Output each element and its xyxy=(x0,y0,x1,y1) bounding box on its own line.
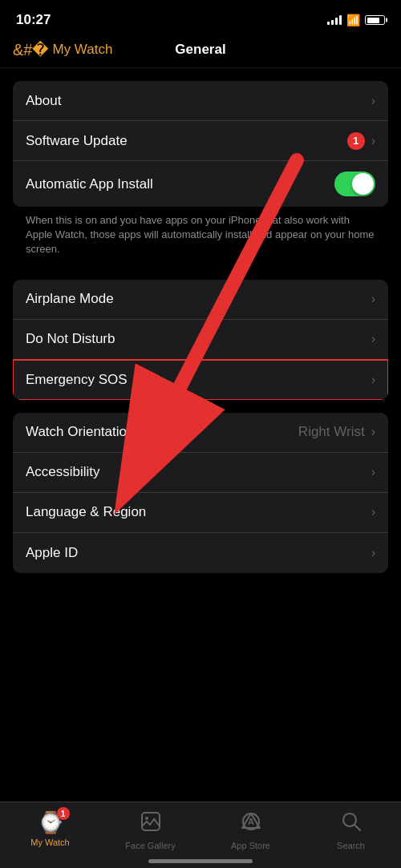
accessibility-row[interactable]: Accessibility › xyxy=(13,453,388,493)
language-region-label: Language & Region xyxy=(26,504,146,520)
about-row[interactable]: About › xyxy=(13,81,388,121)
airplane-mode-chevron-icon: › xyxy=(371,292,375,306)
svg-rect-1 xyxy=(142,813,160,830)
watch-orientation-chevron-icon: › xyxy=(371,425,375,439)
do-not-disturb-label: Do Not Disturb xyxy=(26,331,115,347)
auto-app-install-description: When this is on and you have apps on you… xyxy=(0,207,401,267)
emergency-sos-row[interactable]: Emergency SOS › xyxy=(13,360,388,400)
emergency-sos-right: › xyxy=(371,373,375,387)
status-bar: 10:27 📶 xyxy=(0,0,401,35)
auto-app-install-label: Automatic App Install xyxy=(26,176,153,192)
status-icons: 📶 xyxy=(327,14,385,26)
content-area: About › Software Update 1 › Automatic Ap… xyxy=(0,68,401,790)
tab-app-store[interactable]: A App Store xyxy=(200,810,301,850)
software-update-chevron-icon: › xyxy=(371,134,375,148)
airplane-mode-right: › xyxy=(371,292,375,306)
airplane-mode-row[interactable]: Airplane Mode › xyxy=(13,280,388,320)
about-right: › xyxy=(371,94,375,108)
signal-icon xyxy=(327,15,342,25)
apple-id-chevron-icon: › xyxy=(371,546,375,560)
auto-app-install-right xyxy=(334,172,375,196)
search-tab-label: Search xyxy=(337,841,365,850)
software-update-badge: 1 xyxy=(347,132,365,150)
accessibility-label: Accessibility xyxy=(26,464,100,480)
software-update-label: Software Update xyxy=(26,133,128,149)
apple-id-label: Apple ID xyxy=(26,545,78,561)
svg-text:A: A xyxy=(248,817,254,826)
emergency-sos-chevron-icon: › xyxy=(371,373,375,387)
auto-app-install-toggle[interactable] xyxy=(334,172,375,196)
home-indicator xyxy=(148,859,253,863)
watch-orientation-label: Watch Orientation xyxy=(26,424,134,440)
face-gallery-tab-label: Face Gallery xyxy=(125,841,175,850)
accessibility-chevron-icon: › xyxy=(371,465,375,479)
language-region-row[interactable]: Language & Region › xyxy=(13,493,388,533)
do-not-disturb-row[interactable]: Do Not Disturb › xyxy=(13,320,388,360)
page-title: General xyxy=(175,42,225,58)
battery-icon xyxy=(365,15,385,25)
section-1-group: About › Software Update 1 › Automatic Ap… xyxy=(13,81,388,207)
about-chevron-icon: › xyxy=(371,94,375,108)
language-region-chevron-icon: › xyxy=(371,505,375,519)
software-update-right: 1 › xyxy=(347,132,375,150)
watch-orientation-right: Right Wrist › xyxy=(298,424,375,440)
about-label: About xyxy=(26,93,61,109)
back-button[interactable]: &#� My Watch xyxy=(13,42,112,58)
section-2-group: Airplane Mode › Do Not Disturb › Emergen… xyxy=(13,280,388,400)
status-time: 10:27 xyxy=(16,12,51,28)
auto-app-install-row[interactable]: Automatic App Install xyxy=(13,161,388,207)
tab-face-gallery[interactable]: Face Gallery xyxy=(100,810,200,850)
tab-my-watch[interactable]: ⌚ 1 My Watch xyxy=(0,810,100,847)
tab-search[interactable]: Search xyxy=(301,810,401,850)
apple-id-right: › xyxy=(371,546,375,560)
app-store-tab-label: App Store xyxy=(231,841,270,850)
apple-id-row[interactable]: Apple ID › xyxy=(13,533,388,573)
do-not-disturb-chevron-icon: › xyxy=(371,332,375,346)
back-chevron-icon: &#� xyxy=(13,42,49,58)
my-watch-badge: 1 xyxy=(57,807,70,820)
language-region-right: › xyxy=(371,505,375,519)
my-watch-icon: ⌚ 1 xyxy=(38,810,63,835)
airplane-mode-label: Airplane Mode xyxy=(26,291,114,307)
wifi-icon: 📶 xyxy=(346,14,360,26)
search-icon xyxy=(340,810,363,838)
watch-orientation-row[interactable]: Watch Orientation Right Wrist › xyxy=(13,413,388,453)
back-label: My Watch xyxy=(52,42,112,58)
software-update-row[interactable]: Software Update 1 › xyxy=(13,121,388,161)
svg-point-2 xyxy=(145,817,148,820)
accessibility-right: › xyxy=(371,465,375,479)
emergency-sos-label: Emergency SOS xyxy=(26,372,128,388)
my-watch-tab-label: My Watch xyxy=(30,838,70,847)
svg-line-6 xyxy=(354,825,360,830)
tab-bar: ⌚ 1 My Watch Face Gallery A App Store xyxy=(0,801,401,868)
app-store-icon: A xyxy=(240,810,262,838)
do-not-disturb-right: › xyxy=(371,332,375,346)
nav-header: &#� My Watch General xyxy=(0,35,401,68)
section-3-group: Watch Orientation Right Wrist › Accessib… xyxy=(13,413,388,573)
face-gallery-icon xyxy=(140,810,162,838)
watch-orientation-value: Right Wrist xyxy=(298,424,365,440)
